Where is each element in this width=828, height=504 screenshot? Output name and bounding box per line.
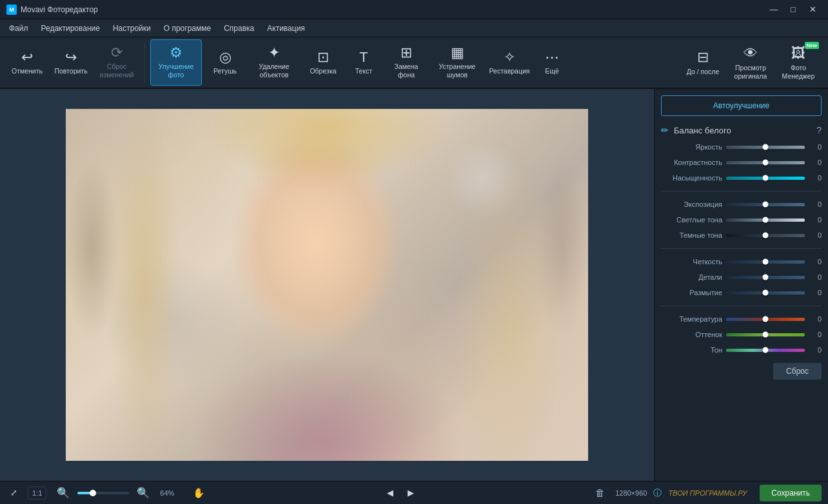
retouch-icon: ◎ bbox=[219, 50, 232, 64]
brightness-label: Яркость bbox=[661, 143, 722, 151]
exposure-value: 0 bbox=[809, 200, 822, 208]
crop-button[interactable]: ⊡ Обрезка bbox=[302, 39, 344, 86]
shadows-thumb[interactable] bbox=[763, 233, 769, 238]
save-button[interactable]: Сохранить bbox=[760, 485, 822, 501]
tone-row: Тон 0 bbox=[661, 345, 822, 355]
contrast-value: 0 bbox=[809, 159, 822, 166]
eye-icon: 👁 bbox=[744, 45, 758, 62]
toolbar: ↩ Отменить ↪ Повторить ⟳ Сброс изменений… bbox=[0, 37, 828, 89]
contrast-thumb[interactable] bbox=[763, 160, 769, 166]
tone-value: 0 bbox=[809, 346, 822, 354]
info-icon[interactable]: ⓘ bbox=[653, 487, 662, 499]
help-button[interactable]: ? bbox=[816, 125, 822, 135]
view-original-button[interactable]: 👁 Просмотр оригинала bbox=[727, 39, 774, 86]
tone-slider[interactable] bbox=[726, 349, 805, 352]
details-slider[interactable] bbox=[726, 276, 805, 279]
clarity-slider[interactable] bbox=[726, 260, 805, 264]
exposure-slider[interactable] bbox=[726, 203, 805, 206]
zoom-out-button[interactable]: 🔍 bbox=[53, 484, 74, 501]
highlights-value: 0 bbox=[809, 216, 822, 224]
tint-label: Оттенок bbox=[661, 331, 722, 338]
saturation-thumb[interactable] bbox=[763, 175, 769, 181]
file-dimensions: 1280×960 bbox=[615, 489, 647, 497]
before-after-button[interactable]: ⊟ До / после bbox=[680, 39, 726, 86]
section-header: ✏ Баланс белого ? bbox=[661, 121, 822, 137]
exposure-thumb[interactable] bbox=[763, 202, 769, 208]
zoom-slider-container: 🔍 🔍 bbox=[53, 484, 153, 501]
tone-label: Тон bbox=[661, 346, 722, 354]
new-badge: New bbox=[805, 42, 819, 49]
saturation-row: Насыщенность 0 bbox=[661, 173, 822, 183]
shadows-slider[interactable] bbox=[726, 234, 805, 237]
zoom-in-button[interactable]: 🔍 bbox=[133, 484, 153, 501]
app-icon: M bbox=[6, 5, 17, 15]
remove-objects-button[interactable]: ✦ Удаление объектов bbox=[248, 39, 300, 86]
details-row: Детали 0 bbox=[661, 272, 822, 282]
zoom-ratio[interactable]: 1:1 bbox=[28, 487, 46, 499]
denoise-button[interactable]: ▦ Устранение шумов bbox=[431, 39, 483, 86]
close-button[interactable]: ✕ bbox=[803, 3, 822, 16]
reset-icon: ⟳ bbox=[111, 46, 123, 60]
highlights-thumb[interactable] bbox=[763, 217, 769, 223]
bg-replace-button[interactable]: ⊞ Замена фона bbox=[384, 39, 429, 86]
clarity-row: Четкость 0 bbox=[661, 257, 822, 267]
maximize-button[interactable]: □ bbox=[784, 3, 802, 16]
text-icon: T bbox=[359, 50, 368, 64]
redo-button[interactable]: ↪ Повторить bbox=[50, 39, 92, 86]
prev-button[interactable]: ◀ bbox=[383, 485, 397, 500]
undo-button[interactable]: ↩ Отменить bbox=[6, 39, 48, 86]
photo-container bbox=[66, 109, 588, 461]
brightness-thumb[interactable] bbox=[763, 144, 769, 150]
minimize-button[interactable]: — bbox=[765, 3, 783, 16]
more-button[interactable]: ⋯ Ещё bbox=[536, 39, 568, 86]
section-title: Баланс белого bbox=[674, 126, 811, 135]
shadows-label: Темные тона bbox=[661, 231, 722, 239]
tint-value: 0 bbox=[809, 331, 822, 338]
status-bar: ⤢ 1:1 🔍 🔍 64% ✋ ◀ ▶ 🗑 1280×960 ⓘ ТВОИ ПР… bbox=[0, 481, 828, 504]
auto-enhance-button[interactable]: Автоулучшение bbox=[661, 95, 822, 116]
zoom-slider-thumb[interactable] bbox=[90, 490, 96, 496]
crop-icon: ⊡ bbox=[317, 50, 329, 64]
temperature-value: 0 bbox=[809, 315, 822, 323]
menu-file[interactable]: Файл bbox=[3, 21, 35, 35]
blur-label: Размытие bbox=[661, 289, 722, 296]
details-thumb[interactable] bbox=[763, 275, 769, 280]
pan-button[interactable]: ✋ bbox=[189, 485, 209, 501]
before-after-icon: ⊟ bbox=[697, 49, 709, 66]
menu-about[interactable]: О программе bbox=[157, 21, 217, 35]
brightness-slider[interactable] bbox=[726, 146, 805, 149]
fullscreen-button[interactable]: ⤢ bbox=[6, 485, 21, 500]
next-button[interactable]: ▶ bbox=[404, 485, 418, 500]
tint-thumb[interactable] bbox=[763, 332, 769, 338]
tone-thumb[interactable] bbox=[763, 347, 769, 353]
temperature-thumb[interactable] bbox=[763, 316, 769, 322]
contrast-slider[interactable] bbox=[726, 161, 805, 164]
menu-activation[interactable]: Активация bbox=[261, 21, 311, 35]
retouch-button[interactable]: ◎ Ретушь bbox=[204, 39, 246, 86]
menu-settings[interactable]: Настройки bbox=[106, 21, 157, 35]
photo-canvas bbox=[66, 109, 588, 461]
enhance-button[interactable]: ⚙ Улучшение фото bbox=[150, 39, 202, 86]
tint-slider[interactable] bbox=[726, 333, 805, 336]
blur-slider[interactable] bbox=[726, 291, 805, 295]
restore-button[interactable]: ✧ Реставрация bbox=[486, 39, 533, 86]
tint-row: Оттенок 0 bbox=[661, 329, 822, 340]
panel-reset-button[interactable]: Сброс bbox=[773, 363, 822, 380]
zoom-slider[interactable] bbox=[77, 492, 129, 494]
canvas-area[interactable] bbox=[0, 89, 654, 481]
menu-edit[interactable]: Редактирование bbox=[35, 21, 106, 35]
temperature-slider[interactable] bbox=[726, 318, 805, 321]
blur-value: 0 bbox=[809, 289, 822, 296]
window-controls: — □ ✕ bbox=[765, 3, 822, 16]
clarity-thumb[interactable] bbox=[763, 259, 769, 265]
text-button[interactable]: T Текст bbox=[346, 39, 381, 86]
blur-thumb[interactable] bbox=[763, 290, 769, 296]
brightness-row: Яркость 0 bbox=[661, 142, 822, 152]
exposure-label: Экспозиция bbox=[661, 200, 722, 208]
delete-button[interactable]: 🗑 bbox=[591, 485, 609, 501]
saturation-slider[interactable] bbox=[726, 177, 805, 180]
highlights-slider[interactable] bbox=[726, 218, 805, 222]
reset-button[interactable]: ⟳ Сброс изменений bbox=[94, 39, 139, 86]
menu-help[interactable]: Справка bbox=[217, 21, 261, 35]
photo-manager-button[interactable]: New 🖼 Фото Менеджер bbox=[775, 39, 822, 86]
